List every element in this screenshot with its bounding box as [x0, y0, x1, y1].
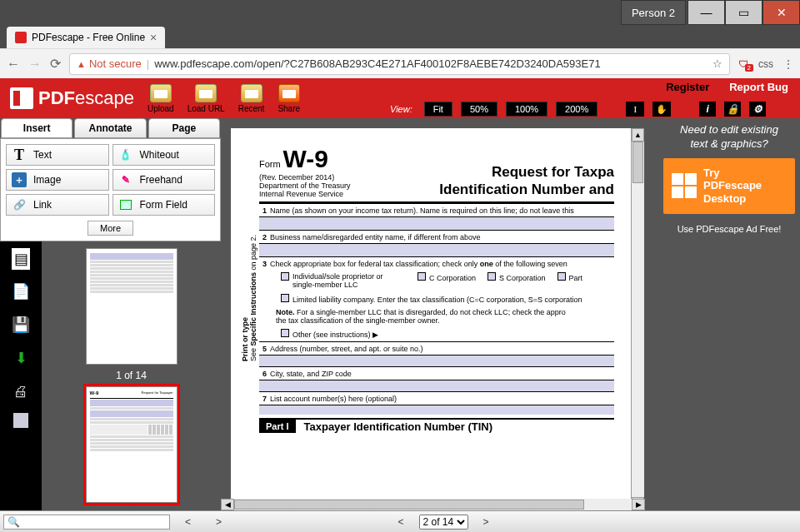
gear-icon[interactable]: ⚙: [749, 102, 766, 117]
promo-question: Need to edit existingtext & graphics?: [663, 123, 795, 152]
checkbox-s-corp[interactable]: [488, 272, 496, 281]
scroll-right-icon[interactable]: ▶: [632, 499, 645, 510]
close-window-button[interactable]: ✕: [762, 0, 800, 25]
blank-icon[interactable]: [13, 413, 28, 428]
thumbnail-2[interactable]: W-9Request for Taxpayer: [86, 386, 178, 503]
report-bug-link[interactable]: Report Bug: [729, 81, 788, 93]
close-tab-icon[interactable]: ×: [150, 31, 157, 44]
whiteout-tool[interactable]: 🧴Whiteout: [112, 144, 216, 166]
scroll-left-icon[interactable]: ◀: [221, 499, 234, 510]
checkbox-partnership[interactable]: [558, 272, 566, 281]
search-icon: 🔍: [8, 516, 20, 528]
more-button[interactable]: More: [88, 221, 133, 236]
info-icon[interactable]: i: [699, 102, 716, 117]
browser-menu-icon[interactable]: ⋮: [783, 58, 793, 70]
windows-icon: [672, 173, 697, 198]
pages-icon[interactable]: ▤: [12, 248, 30, 270]
zoom-50-button[interactable]: 50%: [461, 102, 498, 117]
favicon-icon: [15, 32, 27, 43]
page-next-button[interactable]: >: [473, 516, 499, 528]
folder-url-icon: [195, 84, 217, 102]
tab-page[interactable]: Page: [148, 118, 220, 138]
form-title-line2: Identification Number and: [372, 181, 614, 198]
zoom-200-button[interactable]: 200%: [556, 102, 598, 117]
thumb-next-button[interactable]: >: [206, 516, 232, 528]
thumbnail-1[interactable]: [86, 248, 178, 365]
view-label: View:: [390, 104, 412, 114]
reload-button[interactable]: ⟳: [50, 56, 61, 72]
hscroll-thumb[interactable]: [234, 500, 584, 510]
text-cursor-icon[interactable]: I: [626, 102, 644, 117]
search-input[interactable]: 🔍: [3, 515, 170, 530]
link-icon: 🔗: [12, 197, 27, 212]
print-icon[interactable]: 🖨: [9, 380, 32, 403]
profile-button[interactable]: Person 2: [621, 0, 686, 25]
minimize-button[interactable]: —: [688, 0, 725, 25]
field-5: 5Address (number, street, and apt. or su…: [259, 341, 614, 355]
left-panel: Insert Annotate Page TText 🧴Whiteout ＋Im…: [0, 118, 221, 510]
horizontal-scrollbar[interactable]: ◀ ▶: [221, 499, 645, 510]
register-link[interactable]: Register: [666, 81, 709, 93]
adfree-link[interactable]: Use PDFescape Ad Free!: [663, 224, 795, 234]
css-ext-icon[interactable]: css: [758, 58, 773, 70]
thumb-prev-button[interactable]: <: [175, 516, 201, 528]
text-icon: T: [12, 147, 27, 162]
bookmark-icon[interactable]: ☆: [712, 57, 722, 70]
download-icon[interactable]: ⬇: [9, 346, 32, 370]
zoom-100-button[interactable]: 100%: [506, 102, 548, 117]
save-icon[interactable]: 💾: [9, 313, 32, 336]
image-tool[interactable]: ＋Image: [6, 169, 109, 191]
window-titlebar: Person 2 — ▭ ✕: [0, 0, 800, 25]
url-field[interactable]: Not secure | www.pdfescape.com/open/?C27…: [69, 53, 730, 75]
ublock-icon[interactable]: 🛡2: [738, 58, 748, 70]
lock-icon[interactable]: 🔒: [724, 102, 741, 117]
text-tool[interactable]: TText: [6, 144, 109, 166]
side-icons: ▤ 📄 💾 ⬇ 🖨: [0, 241, 42, 510]
page-prev-button[interactable]: <: [388, 516, 414, 528]
browser-tabstrip: PDFescape - Free Online ×: [0, 25, 800, 48]
checkbox-other[interactable]: [281, 329, 289, 337]
image-icon: ＋: [12, 172, 27, 187]
tab-title: PDFescape - Free Online: [32, 32, 145, 43]
upload-button[interactable]: Upload: [148, 84, 174, 113]
formfield-tool[interactable]: Form Field: [112, 194, 216, 216]
back-button[interactable]: ←: [7, 57, 20, 72]
side-instructions: Print or type See Specific Instructions …: [241, 178, 258, 361]
link-tool[interactable]: 🔗Link: [6, 194, 109, 216]
tab-annotate[interactable]: Annotate: [74, 118, 146, 138]
thumbnail-strip: ▤ 📄 💾 ⬇ 🖨 1 of 14 W-9Request for Taxpaye…: [0, 241, 221, 510]
tab-insert[interactable]: Insert: [1, 118, 72, 138]
maximize-button[interactable]: ▭: [725, 0, 762, 25]
share-icon: [278, 84, 300, 102]
folder-recent-icon: [241, 84, 262, 102]
freehand-tool[interactable]: ✎Freehand: [112, 169, 216, 191]
scroll-thumb[interactable]: [632, 142, 643, 183]
doc-red-icon[interactable]: 📄: [9, 280, 32, 303]
pdfescape-logo[interactable]: PDFescape: [10, 87, 134, 109]
pdf-page[interactable]: Form W-9 (Rev. December 2014) Department…: [231, 128, 631, 510]
scroll-up-icon[interactable]: ▲: [632, 128, 644, 142]
field-7: 7List account number(s) here (optional): [259, 391, 614, 405]
load-url-button[interactable]: Load URL: [188, 84, 225, 113]
url-text: www.pdfescape.com/open/?C27B608AB293C4E2…: [154, 57, 708, 70]
checkbox-llc[interactable]: [281, 294, 289, 302]
desktop-cta-button[interactable]: TryPDFescapeDesktop: [663, 158, 795, 214]
hand-cursor-icon[interactable]: ✋: [652, 102, 671, 117]
checkboxes-row1: Individual/sole proprietor or single-mem…: [259, 270, 614, 291]
not-secure-label: Not secure: [77, 57, 142, 70]
browser-tab[interactable]: PDFescape - Free Online ×: [7, 27, 165, 48]
checkbox-individual[interactable]: [281, 272, 289, 281]
bottom-nav: 🔍 < > < 2 of 14 >: [0, 510, 800, 532]
vertical-scrollbar[interactable]: ▲ ▼: [631, 128, 644, 510]
share-button[interactable]: Share: [278, 84, 300, 113]
form-title-line1: Request for Taxpa: [372, 164, 614, 181]
page-select[interactable]: 2 of 14: [419, 515, 468, 530]
checkbox-c-corp[interactable]: [418, 272, 426, 281]
field-2: 2Business name/disregarded entity name, …: [259, 230, 614, 243]
form-number: W-9: [282, 145, 328, 172]
field-1: 1Name (as shown on your income tax retur…: [259, 203, 614, 216]
forward-button[interactable]: →: [28, 57, 42, 72]
recent-button[interactable]: Recent: [238, 84, 265, 113]
zoom-fit-button[interactable]: Fit: [424, 102, 452, 117]
right-sidebar: Need to edit existingtext & graphics? Tr…: [658, 118, 800, 510]
